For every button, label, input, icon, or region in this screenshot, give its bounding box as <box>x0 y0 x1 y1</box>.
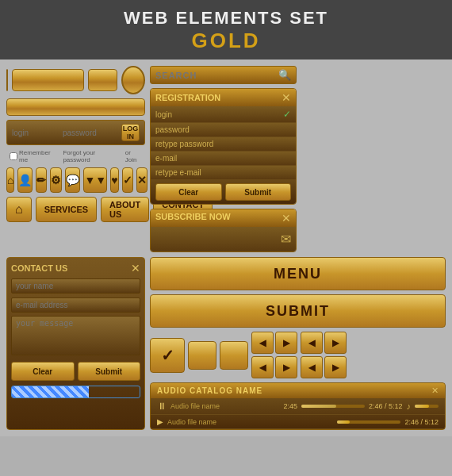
login-row: LOG IN <box>6 120 145 145</box>
reg-field-retype-email: retype e-mail <box>151 166 296 180</box>
down-icon-btn[interactable]: ▼▼ <box>83 167 107 193</box>
long-bar-row <box>6 98 145 116</box>
contact-message-input[interactable] <box>11 316 140 355</box>
heart-icon-btn[interactable]: ♥ <box>110 167 118 193</box>
about-nav-btn[interactable]: ABOUT US <box>101 197 149 222</box>
home-icon-btn[interactable]: ⌂ <box>6 167 14 193</box>
track2-elapsed: 2:46 / 5:12 <box>404 418 439 426</box>
join-link[interactable]: or Join <box>125 149 142 163</box>
audio-header: AUDIO CATALOG NAME ✕ <box>151 383 445 398</box>
contact-clear-button[interactable]: Clear <box>11 362 75 381</box>
track1-progress <box>301 405 365 408</box>
page-subtitle: GOLD <box>0 29 452 53</box>
main-content: LOG IN Remember me Forgot your password … <box>0 60 452 436</box>
gold-bar-long <box>6 98 145 116</box>
bottom-section: CONTACT US ✕ Clear Submit MENU SUBMIT <box>6 257 446 430</box>
search-bar: 🔍 <box>150 66 297 84</box>
edit-icon-btn[interactable]: ✏ <box>36 167 47 193</box>
play-icon[interactable]: ▶ <box>157 417 163 426</box>
nav-buttons-row: ⌂ SERVICES ABOUT US CONTACT US <box>6 197 145 222</box>
login-button[interactable]: LOG IN <box>121 124 140 141</box>
track1-elapsed: 2:46 / 5:12 <box>369 402 403 410</box>
contact-form-panel: CONTACT US ✕ Clear Submit <box>6 257 145 430</box>
loading-bar <box>11 386 140 398</box>
reg-title: REGISTRATION <box>155 93 220 102</box>
remember-label: Remember me <box>10 149 55 163</box>
reg-field-login: login ✓ <box>151 106 296 123</box>
play-btn-3[interactable]: ▶ <box>324 332 347 354</box>
reg-header: REGISTRATION ✕ <box>151 89 296 106</box>
services-nav-btn[interactable]: SERVICES <box>36 197 97 222</box>
prev-btn-4[interactable]: ◀ <box>301 356 323 378</box>
playback-group-2: ◀ ▶ ◀ ▶ <box>301 332 347 378</box>
contact-submit-button[interactable]: Submit <box>78 362 141 381</box>
subscribe-title: SUBSCRIBE NOW <box>155 212 231 225</box>
gold-btn-sq[interactable] <box>88 69 117 91</box>
check-icon-btn[interactable]: ✓ <box>122 167 133 193</box>
remember-checkbox[interactable] <box>10 152 17 160</box>
reg-field-retype-password: retype password <box>151 137 296 152</box>
subscribe-close-icon[interactable]: ✕ <box>282 212 291 225</box>
gold-btn-circle[interactable] <box>121 66 145 94</box>
square-btn-1[interactable] <box>188 341 216 370</box>
audio-panel: AUDIO CATALOG NAME ✕ ⏸ Audio file name 2… <box>150 382 446 430</box>
contact-title: CONTACT US <box>11 263 67 273</box>
audio-title: AUDIO CATALOG NAME <box>157 386 262 395</box>
forgot-link[interactable]: Forgot your password <box>63 149 117 163</box>
prev-btn-2[interactable]: ◀ <box>251 356 274 378</box>
audio-track-1: ⏸ Audio file name 2:45 2:46 / 5:12 ♪ <box>151 398 445 415</box>
subscribe-header: SUBSCRIBE NOW ✕ <box>151 209 296 227</box>
audio-close-icon[interactable]: ✕ <box>431 386 439 396</box>
media-controls-row: ✓ ◀ ▶ ◀ ▶ ◀ ▶ <box>150 332 446 378</box>
contact-close-icon[interactable]: ✕ <box>131 262 140 274</box>
reg-field-password: password <box>151 123 296 137</box>
top-section: LOG IN Remember me Forgot your password … <box>6 66 446 252</box>
loading-fill <box>12 386 89 397</box>
track1-time: 2:45 <box>283 402 297 410</box>
track2-progress-fill <box>337 420 350 424</box>
login-sub-row: Remember me Forgot your password or Join <box>6 149 145 163</box>
search-input[interactable] <box>155 71 275 80</box>
middle-column: MENU SUBMIT ✓ ◀ ▶ ◀ ▶ <box>150 257 446 430</box>
icon-buttons-row: ⌂ 👤 ✏ ⚙ 💬 ▼▼ ♥ ✓ ✕ <box>6 167 145 193</box>
play-btn-4[interactable]: ▶ <box>324 356 347 378</box>
track2-progress <box>337 420 400 424</box>
login-input[interactable] <box>12 129 59 137</box>
play-btn-2[interactable]: ▶ <box>275 356 297 378</box>
close-icon-btn[interactable]: ✕ <box>136 167 147 193</box>
contact-email-input[interactable] <box>11 298 140 313</box>
user-icon-btn[interactable]: 👤 <box>17 167 33 193</box>
reg-clear-button[interactable]: Clear <box>155 183 222 201</box>
pause-icon[interactable]: ⏸ <box>157 401 167 412</box>
page-title: WEB ELEMENTS SET <box>0 8 452 29</box>
play-btn-1[interactable]: ▶ <box>275 332 297 354</box>
playback-group-1: ◀ ▶ ◀ ▶ <box>251 332 297 378</box>
square-btn-2[interactable] <box>220 341 248 370</box>
gold-bar-wide-1 <box>6 69 8 91</box>
playback-top: ◀ ▶ <box>251 332 297 354</box>
header: WEB ELEMENTS SET GOLD <box>0 0 452 60</box>
decorative-bars-row <box>6 66 145 94</box>
prev-btn-1[interactable]: ◀ <box>251 332 274 354</box>
volume-fill <box>415 405 429 408</box>
progress-bar-container <box>11 386 140 398</box>
reg-submit-button[interactable]: Submit <box>225 183 292 201</box>
track2-name: Audio file name <box>167 418 333 426</box>
home-nav-btn[interactable]: ⌂ <box>6 197 32 222</box>
menu-button[interactable]: MENU <box>150 257 446 290</box>
reg-check-icon: ✓ <box>283 109 291 120</box>
volume-icon: ♪ <box>407 401 412 411</box>
reg-close-icon[interactable]: ✕ <box>282 91 291 104</box>
password-input[interactable] <box>63 129 118 137</box>
contact-form-buttons: Clear Submit <box>11 362 140 381</box>
email-icon: ✉ <box>281 232 291 247</box>
chat-icon-btn[interactable]: 💬 <box>65 167 80 193</box>
check-large-btn[interactable]: ✓ <box>150 338 185 373</box>
contact-name-input[interactable] <box>11 278 140 294</box>
subscribe-field: ✉ <box>151 227 296 251</box>
track1-progress-fill <box>301 405 336 408</box>
prev-btn-3[interactable]: ◀ <box>301 332 323 354</box>
settings-icon-btn[interactable]: ⚙ <box>50 167 62 193</box>
submit-button[interactable]: SUBMIT <box>150 294 446 328</box>
playback-bottom-2: ◀ ▶ <box>301 356 347 378</box>
